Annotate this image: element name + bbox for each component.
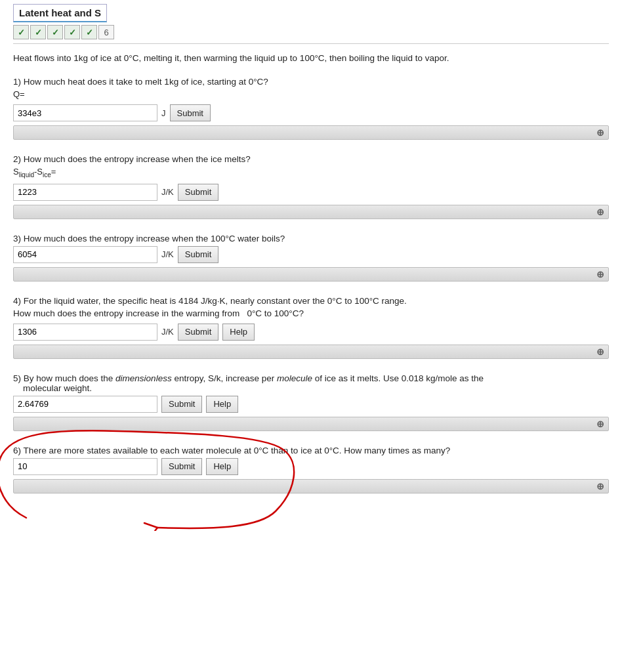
q6-input-row: Submit Help bbox=[13, 458, 609, 475]
title-bar: Latent heat and S bbox=[13, 4, 107, 22]
q3-feedback-bar: ⊕ bbox=[13, 267, 609, 282]
q4-input-row: J/K Submit Help bbox=[13, 324, 609, 341]
q2-feedback-bar: ⊕ bbox=[13, 205, 609, 219]
q2-input-row: J/K Submit bbox=[13, 184, 609, 201]
q5-input-row: Submit Help bbox=[13, 396, 609, 413]
q1-input[interactable] bbox=[13, 104, 157, 121]
question-3-block: 3) How much does the entropy increase wh… bbox=[13, 234, 609, 282]
q2-input[interactable] bbox=[13, 184, 157, 201]
q1-input-row: J Submit bbox=[13, 104, 609, 121]
q2-unit: J/K bbox=[161, 187, 174, 197]
page-container: Latent heat and S ✓ ✓ ✓ ✓ ✓ 6 Heat flows… bbox=[0, 0, 622, 534]
q6-submit-button[interactable]: Submit bbox=[161, 458, 202, 475]
q6-text: 6) There are more states available to ea… bbox=[13, 446, 609, 455]
question-5-block: 5) By how much does the dimensionless en… bbox=[13, 373, 609, 431]
q6-plus-icon: ⊕ bbox=[596, 481, 604, 492]
q2-plus-icon: ⊕ bbox=[596, 207, 604, 217]
q6-input[interactable] bbox=[13, 458, 157, 475]
q3-input-row: J/K Submit bbox=[13, 246, 609, 263]
q3-input[interactable] bbox=[13, 246, 157, 263]
q4-help-button[interactable]: Help bbox=[222, 324, 255, 341]
check-1: ✓ bbox=[13, 25, 29, 39]
page-title: Latent heat and S bbox=[19, 7, 101, 18]
question-4-block: 4) For the liquid water, the specific he… bbox=[13, 296, 609, 359]
q2-text: 2) How much does the entropy increase wh… bbox=[13, 154, 609, 164]
check-2: ✓ bbox=[30, 25, 46, 39]
q3-text: 3) How much does the entropy increase wh… bbox=[13, 234, 609, 243]
q4-plus-icon: ⊕ bbox=[596, 346, 604, 357]
check-4: ✓ bbox=[64, 25, 80, 39]
q5-feedback-bar: ⊕ bbox=[13, 417, 609, 431]
check-row: ✓ ✓ ✓ ✓ ✓ 6 bbox=[13, 25, 609, 44]
q1-label: Q= bbox=[13, 89, 609, 99]
question-6-block: 6) There are more states available to ea… bbox=[13, 446, 609, 494]
q5-submit-button[interactable]: Submit bbox=[161, 396, 202, 413]
q6-help-button[interactable]: Help bbox=[206, 458, 238, 475]
red-circle-annotation bbox=[0, 426, 302, 531]
q1-text: 1) How much heat does it take to melt 1k… bbox=[13, 77, 609, 87]
q4-submit-button[interactable]: Submit bbox=[178, 324, 218, 341]
q4-text-2: How much does the entropy increase in th… bbox=[13, 308, 609, 318]
q4-unit: J/K bbox=[161, 327, 174, 337]
q1-submit-button[interactable]: Submit bbox=[170, 104, 211, 121]
q4-input[interactable] bbox=[13, 324, 157, 341]
q1-feedback-bar: ⊕ bbox=[13, 125, 609, 140]
q6-feedback-bar: ⊕ bbox=[13, 479, 609, 494]
q5-plus-icon: ⊕ bbox=[596, 419, 604, 429]
q3-submit-button[interactable]: Submit bbox=[178, 246, 218, 263]
q2-sub-liquid: liquid bbox=[19, 171, 34, 178]
q5-italic-1: dimensionless bbox=[115, 373, 172, 383]
q3-unit: J/K bbox=[161, 249, 174, 259]
q5-help-button[interactable]: Help bbox=[206, 396, 238, 413]
q5-italic-2: molecule bbox=[277, 373, 312, 383]
check-3: ✓ bbox=[47, 25, 63, 39]
q4-feedback-bar: ⊕ bbox=[13, 345, 609, 359]
q3-plus-icon: ⊕ bbox=[596, 269, 604, 280]
q4-text-1: 4) For the liquid water, the specific he… bbox=[13, 296, 609, 306]
q5-input[interactable] bbox=[13, 396, 157, 413]
q2-submit-button[interactable]: Submit bbox=[178, 184, 218, 201]
q5-text: 5) By how much does the dimensionless en… bbox=[13, 373, 609, 393]
check-count: 6 bbox=[98, 25, 114, 39]
question-2-block: 2) How much does the entropy increase wh… bbox=[13, 154, 609, 219]
question-1-block: 1) How much heat does it take to melt 1k… bbox=[13, 77, 609, 140]
description-text: Heat flows into 1kg of ice at 0°C, melti… bbox=[13, 52, 609, 65]
q1-plus-icon: ⊕ bbox=[596, 127, 604, 138]
q1-number: 1) bbox=[13, 77, 24, 87]
q2-sub-ice: ice bbox=[43, 171, 51, 178]
q2-label: Sliquid-Sice= bbox=[13, 167, 609, 178]
q1-unit: J bbox=[161, 108, 166, 118]
check-5: ✓ bbox=[81, 25, 97, 39]
